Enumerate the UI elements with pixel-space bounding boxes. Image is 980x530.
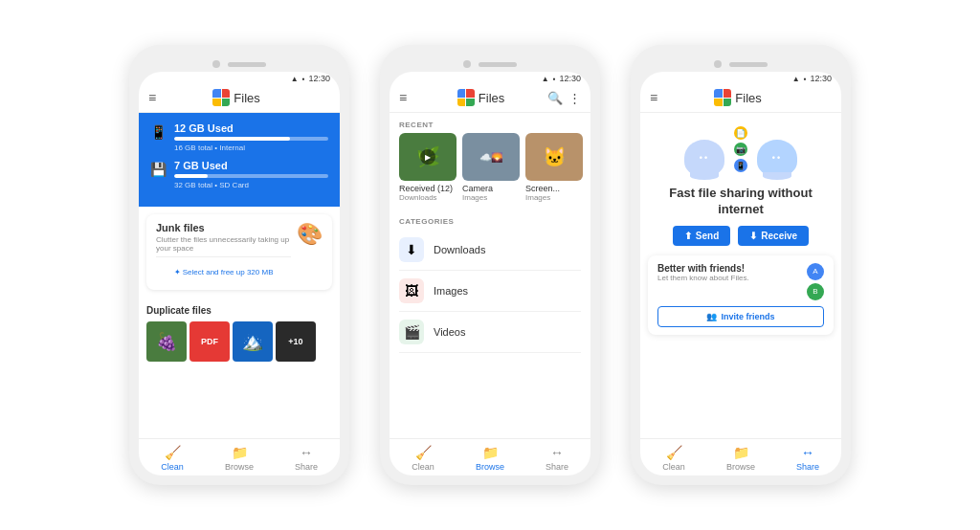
recent-sub-3: Images: [525, 193, 550, 202]
cat-name-videos: Videos: [434, 326, 465, 338]
logo-icon-3: [714, 89, 731, 106]
dup-more-count: +10: [276, 321, 316, 362]
nav-browse-3[interactable]: 📁 Browse: [707, 445, 774, 472]
avatar-1: A: [807, 263, 824, 280]
app-content-1: 📱 12 GB Used 16 GB total • Internal 💾: [139, 113, 340, 438]
progress-fill-internal: [174, 137, 290, 141]
nav-browse-label-3: Browse: [726, 462, 755, 472]
recent-thumb-1: 🌿 ▶: [399, 133, 457, 181]
app-header-3: ≡ Files: [640, 85, 841, 113]
dup-images: 🍇 PDF 🏔️ +10: [146, 321, 332, 362]
videos-icon: 🎬: [399, 320, 424, 344]
time-3: 12:30: [810, 74, 832, 83]
invite-icon: 👥: [706, 312, 717, 321]
app-content-3: •• 📄 📷 📱 •• Fast file sharing without in…: [640, 113, 841, 438]
app-title-3: Files: [735, 91, 761, 105]
nav-clean-label-2: Clean: [412, 462, 434, 472]
storage-sub-1: 16 GB total • Internal: [174, 144, 328, 152]
recent-thumb-3: 🐱: [525, 133, 583, 181]
progress-sd: [174, 174, 328, 178]
friends-title: Better with friends!: [657, 263, 801, 274]
dup-thumb-2: PDF: [189, 321, 230, 362]
app-header-1: ≡ Files: [139, 85, 340, 113]
receive-btn[interactable]: ⬇ Receive: [738, 226, 809, 246]
app-logo-1: Files: [164, 89, 309, 106]
junk-card: Junk files Clutter the files unnecessari…: [146, 214, 332, 290]
battery-icon-3: ▪: [804, 75, 807, 83]
junk-icon: 🎨: [297, 222, 323, 247]
recent-label: RECENT: [390, 113, 590, 133]
receive-label: Receive: [761, 231, 797, 241]
nav-clean-2[interactable]: 🧹 Clean: [390, 445, 457, 472]
recent-item-2: ☁️🌄 Camera Images: [462, 133, 520, 202]
friends-avatars: A B: [807, 263, 824, 300]
main-scene: ▲ ▪ 12:30 ≡ Files: [0, 0, 980, 530]
clean-icon-2: 🧹: [415, 445, 432, 460]
phone-screen-3: ▲ ▪ 12:30 ≡ Files: [640, 72, 841, 475]
send-icon: ⬆: [684, 231, 692, 241]
ghost-right: ••: [757, 140, 797, 176]
file-icon-cluster-2: 📷: [734, 143, 747, 156]
storage-title-1: 12 GB Used: [174, 122, 328, 134]
front-camera-3: [714, 60, 722, 68]
receive-icon: ⬇: [749, 231, 757, 241]
menu-icon-2[interactable]: ≡: [399, 90, 407, 105]
search-icon-2[interactable]: 🔍: [547, 91, 563, 105]
nav-share-1[interactable]: ↔ Share: [273, 445, 340, 472]
phone-screen-2: ▲ ▪ 12:30 ≡ Files 🔍 ⋮: [390, 72, 590, 475]
signal-icon-1: ▲: [291, 75, 299, 83]
share-icon-3: ↔: [801, 445, 814, 460]
categories-label: CATEGORIES: [390, 210, 590, 230]
nav-browse-2[interactable]: 📁 Browse: [457, 445, 523, 472]
nav-clean-1[interactable]: 🧹 Clean: [139, 445, 206, 472]
avatar-2: B: [807, 283, 824, 300]
battery-icon-1: ▪: [302, 75, 305, 83]
invite-btn[interactable]: 👥 Invite friends: [657, 306, 824, 327]
select-free-btn[interactable]: ✦ Select and free up 320 MB: [156, 256, 291, 282]
more-icon-2[interactable]: ⋮: [568, 91, 581, 105]
dup-thumb-1: 🍇: [146, 321, 187, 362]
duplicates-section: Duplicate files 🍇 PDF 🏔️ +10: [139, 298, 340, 365]
images-icon: 🖼: [399, 278, 424, 303]
cat-downloads[interactable]: ⬇ Downloads: [399, 230, 581, 271]
app-logo-2: Files: [414, 89, 547, 106]
nav-share-label-3: Share: [796, 462, 819, 472]
storage-title-2: 7 GB Used: [174, 160, 328, 171]
storage-card-1: 📱 12 GB Used 16 GB total • Internal 💾: [139, 113, 340, 207]
clean-icon-1: 🧹: [165, 445, 181, 460]
recent-sub-2: Images: [462, 193, 487, 202]
file-icon-cluster-1: 📄: [734, 126, 747, 140]
share-icons-cluster: 📄 📷 📱: [734, 126, 747, 172]
progress-fill-sd: [174, 174, 208, 178]
app-header-2: ≡ Files 🔍 ⋮: [390, 85, 590, 113]
front-camera-2: [463, 60, 471, 68]
speaker-3: [729, 62, 768, 67]
app-logo-3: Files: [665, 89, 811, 106]
app-title-2: Files: [479, 91, 504, 105]
clean-icon-3: 🧹: [666, 445, 682, 460]
logo-icon-1: [212, 89, 230, 106]
speaker-1: [228, 62, 266, 67]
time-1: 12:30: [308, 74, 330, 83]
cat-videos[interactable]: 🎬 Videos: [399, 312, 581, 353]
cat-images[interactable]: 🖼 Images: [399, 271, 581, 312]
menu-icon-1[interactable]: ≡: [148, 90, 156, 105]
progress-internal: [174, 137, 328, 141]
nav-browse-1[interactable]: 📁 Browse: [206, 445, 273, 472]
dup-thumb-3: 🏔️: [233, 321, 273, 362]
share-btns: ⬆ Send ⬇ Receive: [673, 226, 809, 246]
app-title-1: Files: [234, 91, 259, 105]
nav-share-3[interactable]: ↔ Share: [774, 445, 841, 472]
recent-name-3: Screen...: [525, 184, 560, 193]
menu-icon-3[interactable]: ≡: [650, 90, 657, 105]
send-btn[interactable]: ⬆ Send: [673, 226, 730, 246]
header-icons-2: 🔍 ⋮: [547, 91, 581, 105]
logo-icon-2: [457, 89, 475, 106]
nav-clean-3[interactable]: 🧹 Clean: [640, 445, 707, 472]
browse-icon-3: 📁: [733, 445, 749, 460]
browse-icon-2: 📁: [482, 445, 499, 460]
time-2: 12:30: [559, 74, 581, 83]
nav-share-2[interactable]: ↔ Share: [523, 445, 590, 472]
share-title: Fast file sharing without internet: [652, 186, 830, 218]
cat-name-images: Images: [434, 285, 468, 297]
